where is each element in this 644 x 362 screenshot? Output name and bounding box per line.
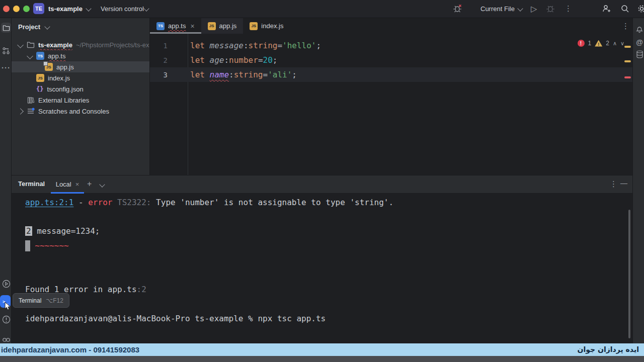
terminal-tab-local[interactable]: Local × bbox=[51, 175, 84, 193]
terminal-options-kebab-icon[interactable]: ⋮ bbox=[610, 179, 617, 189]
left-tool-stripe: ··· >_ bbox=[0, 18, 12, 343]
watermark-banner: idehpardazanjavan.com - 09141592083 ایده… bbox=[0, 343, 644, 356]
tree-item-app-js-selected[interactable]: JS app.js bbox=[12, 61, 149, 72]
settings-gear-icon[interactable] bbox=[637, 4, 644, 14]
search-everywhere-icon[interactable] bbox=[620, 4, 629, 13]
hide-panel-icon[interactable]: — bbox=[620, 179, 627, 187]
chevron-expanded-icon[interactable] bbox=[27, 53, 33, 59]
terminal-code-line: 2 message=1234; bbox=[25, 226, 100, 237]
tree-item-scratches[interactable]: Scratches and Consoles bbox=[12, 106, 149, 117]
editor-tab-index-js[interactable]: JS index.js bbox=[243, 18, 290, 34]
window-minimize-button[interactable] bbox=[13, 6, 20, 12]
tree-item-ts-example[interactable]: ts-example ~/PhpstormProjects/ts-exam bbox=[12, 39, 149, 50]
window-zoom-button[interactable] bbox=[23, 6, 30, 12]
tab-options-kebab-icon[interactable]: ⋮ bbox=[622, 22, 629, 31]
more-actions-kebab-icon[interactable]: ⋮ bbox=[565, 4, 572, 13]
window-close-button[interactable] bbox=[3, 6, 10, 12]
problems-tool-icon[interactable] bbox=[1, 314, 11, 324]
ai-assistant-icon[interactable]: @ bbox=[634, 37, 644, 47]
code-line-2[interactable]: 2 let age:number=20; bbox=[150, 53, 632, 67]
more-tool-windows-icon[interactable]: ··· bbox=[1, 62, 11, 72]
code-with-me-icon[interactable] bbox=[602, 4, 611, 14]
typescript-file-icon: TS bbox=[156, 22, 165, 30]
warning-stripe-mark[interactable] bbox=[624, 60, 631, 62]
editor-tab-app-js[interactable]: JS app.js bbox=[201, 18, 244, 34]
run-configuration-selector[interactable]: Current File bbox=[480, 5, 515, 13]
tree-item-label: app.ts bbox=[48, 52, 65, 60]
new-terminal-tab-icon[interactable]: + bbox=[87, 179, 92, 189]
line-number[interactable]: 3 bbox=[150, 71, 168, 79]
code-text: let message:string='hello'; bbox=[190, 41, 321, 50]
code-line-3-current[interactable]: 3 let name:string='ali'; bbox=[150, 67, 632, 82]
tooltip-label: Terminal bbox=[19, 297, 41, 304]
code-line-1[interactable]: 1 let message:string='hello'; bbox=[150, 38, 632, 53]
token: 2 bbox=[25, 226, 32, 236]
chevron-down-icon[interactable] bbox=[99, 182, 105, 187]
warning-count: 2 bbox=[606, 40, 609, 47]
token: ; bbox=[292, 70, 297, 79]
editor-tab-app-ts[interactable]: TS app.ts × bbox=[150, 18, 201, 34]
chevron-down-icon[interactable] bbox=[44, 24, 50, 29]
chevron-down-icon[interactable] bbox=[517, 6, 523, 11]
line-number[interactable]: 2 bbox=[150, 56, 168, 64]
chevron-down-icon[interactable] bbox=[86, 6, 91, 11]
token: let bbox=[190, 70, 210, 79]
token: number bbox=[229, 55, 258, 65]
error-stripe-mark[interactable] bbox=[624, 76, 631, 78]
token: 'ali' bbox=[268, 70, 292, 79]
project-name-widget[interactable]: ts-example bbox=[48, 5, 83, 13]
token: 'hello' bbox=[282, 41, 316, 50]
terminal-output[interactable]: app.ts:2:1 - error TS2322: Type 'number'… bbox=[12, 193, 632, 343]
token: = bbox=[263, 70, 268, 79]
project-tool-icon[interactable] bbox=[1, 23, 11, 33]
chevron-expanded-icon[interactable] bbox=[17, 42, 24, 48]
terminal-header: Terminal Local × + ⋮ — bbox=[12, 175, 632, 194]
database-icon[interactable] bbox=[634, 49, 644, 59]
terminal-scrollbar[interactable] bbox=[628, 210, 630, 338]
terminal-panel: Terminal Local × + ⋮ — app.ts:2:1 - erro… bbox=[12, 175, 632, 343]
token: = bbox=[258, 55, 263, 65]
notifications-bell-icon[interactable] bbox=[634, 24, 644, 34]
terminal-squiggle-line: ~~~~~~~ bbox=[25, 240, 69, 251]
profiler-bug-disabled-icon[interactable] bbox=[453, 4, 463, 14]
tree-item-label: External Libraries bbox=[38, 97, 89, 104]
debug-button[interactable] bbox=[546, 4, 555, 13]
tree-item-label: tsconfig.json bbox=[47, 85, 83, 93]
structure-tool-icon[interactable] bbox=[1, 46, 11, 56]
next-problem-icon[interactable]: ∨ bbox=[620, 40, 624, 47]
token bbox=[25, 240, 30, 251]
folder-icon bbox=[27, 41, 35, 49]
run-tool-icon[interactable] bbox=[1, 279, 11, 289]
tree-item-label: index.js bbox=[48, 74, 70, 82]
services-tool-icon[interactable] bbox=[1, 334, 11, 344]
warning-stripe-mark[interactable] bbox=[624, 46, 631, 48]
code-view[interactable]: 1 let message:string='hello'; 2 let age:… bbox=[150, 38, 632, 82]
chevron-down-icon[interactable] bbox=[143, 6, 149, 11]
inspections-widget[interactable]: ! 1 ! 2 ∧ ∨ bbox=[578, 40, 625, 47]
chevron-collapsed-icon[interactable] bbox=[17, 108, 24, 115]
error-count-icon: ! bbox=[578, 40, 585, 47]
terminal-file-link[interactable]: app.ts:2:1 bbox=[25, 198, 73, 207]
terminal-panel-title[interactable]: Terminal bbox=[18, 180, 45, 188]
vcs-widget[interactable]: Version control bbox=[101, 5, 144, 13]
close-icon[interactable]: × bbox=[190, 23, 194, 30]
tree-item-app-ts[interactable]: TS app.ts bbox=[12, 50, 149, 61]
tree-item-external-libraries[interactable]: External Libraries bbox=[12, 95, 149, 106]
project-panel-header[interactable]: Project bbox=[18, 23, 49, 31]
line-number[interactable]: 1 bbox=[150, 42, 168, 50]
token: message bbox=[210, 41, 244, 50]
token: string bbox=[249, 41, 278, 50]
phpstorm-window: { "title_bar": { "badge": "TE", "project… bbox=[0, 0, 644, 362]
tree-item-tsconfig-json[interactable]: {} tsconfig.json bbox=[12, 83, 149, 95]
banner-website-text: idehpardazanjavan.com - 09141592083 bbox=[1, 343, 139, 356]
warning-count-icon: ! bbox=[595, 40, 602, 47]
tab-label: index.js bbox=[261, 22, 283, 30]
token: ; bbox=[316, 41, 321, 50]
tab-label: app.js bbox=[219, 22, 237, 30]
previous-problem-icon[interactable]: ∧ bbox=[613, 40, 617, 47]
tree-item-index-js[interactable]: JS index.js bbox=[12, 72, 149, 83]
tooltip-shortcut: ⌥F12 bbox=[46, 297, 63, 304]
token: - bbox=[73, 198, 88, 207]
close-icon[interactable]: × bbox=[75, 180, 79, 188]
run-button[interactable]: ▷ bbox=[531, 4, 537, 14]
